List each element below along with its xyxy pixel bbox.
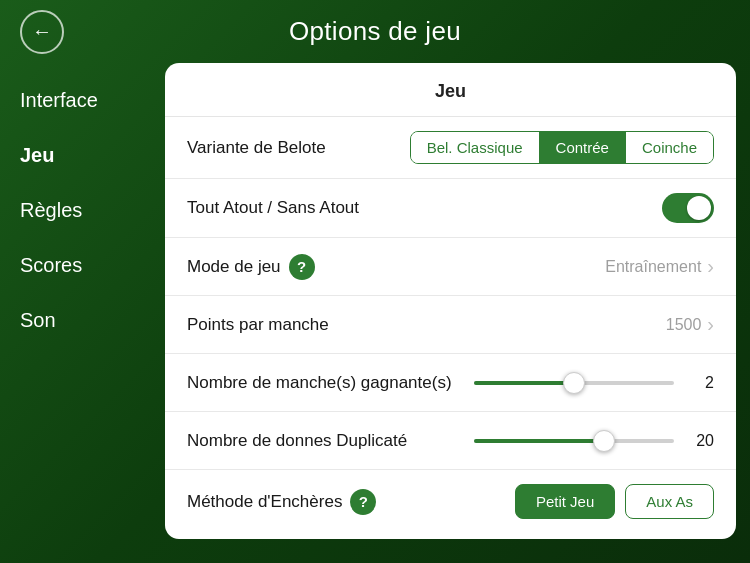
nombre-manche-fill: [474, 381, 574, 385]
points-manche-chevron-icon: ›: [707, 313, 714, 336]
encheres-help-icon[interactable]: ?: [350, 489, 376, 515]
points-manche-control: 1500 ›: [666, 313, 714, 336]
sidebar-item-scores[interactable]: Scores: [0, 238, 165, 293]
back-button[interactable]: ←: [20, 10, 64, 54]
panel-title: Jeu: [165, 63, 736, 117]
variante-control: Bel. Classique Contrée Coinche: [410, 131, 714, 164]
nombre-donnes-fill: [474, 439, 604, 443]
mode-jeu-help-icon[interactable]: ?: [289, 254, 315, 280]
tout-atout-toggle[interactable]: [662, 193, 714, 223]
nombre-donnes-thumb[interactable]: [593, 430, 615, 452]
tout-atout-control: [662, 193, 714, 223]
main-content: Interface Jeu Règles Scores Son Jeu Vari…: [0, 63, 750, 563]
mode-jeu-value: Entraînement: [605, 258, 701, 276]
seg-bel-classique[interactable]: Bel. Classique: [411, 132, 540, 163]
nombre-manche-control: 2: [474, 374, 714, 392]
encheres-buttons: Petit Jeu Aux As: [515, 484, 714, 519]
sidebar-item-jeu[interactable]: Jeu: [0, 128, 165, 183]
encheres-control: Petit Jeu Aux As: [515, 484, 714, 519]
sidebar-item-son[interactable]: Son: [0, 293, 165, 348]
row-tout-atout: Tout Atout / Sans Atout: [165, 179, 736, 238]
nombre-manche-slider-container: 2: [474, 374, 714, 392]
row-nombre-manche: Nombre de manche(s) gagnante(s) 2: [165, 354, 736, 412]
header: ← Options de jeu: [0, 0, 750, 63]
sidebar: Interface Jeu Règles Scores Son: [0, 63, 165, 553]
points-manche-label: Points par manche: [187, 315, 329, 335]
encheres-aux-as[interactable]: Aux As: [625, 484, 714, 519]
nombre-donnes-control: 20: [474, 432, 714, 450]
nombre-donnes-track[interactable]: [474, 439, 674, 443]
encheres-petit-jeu[interactable]: Petit Jeu: [515, 484, 615, 519]
mode-jeu-label: Mode de jeu: [187, 257, 281, 277]
back-icon: ←: [32, 20, 52, 43]
nombre-donnes-label: Nombre de donnes Duplicaté: [187, 431, 407, 451]
nombre-manche-track[interactable]: [474, 381, 674, 385]
sidebar-item-regles[interactable]: Règles: [0, 183, 165, 238]
row-nombre-donnes: Nombre de donnes Duplicaté 20: [165, 412, 736, 470]
mode-jeu-control: Entraînement ›: [605, 255, 714, 278]
seg-coinche[interactable]: Coinche: [626, 132, 713, 163]
mode-jeu-chevron-icon: ›: [707, 255, 714, 278]
variante-label: Variante de Belote: [187, 138, 326, 158]
seg-contree[interactable]: Contrée: [540, 132, 626, 163]
row-mode-jeu: Mode de jeu ? Entraînement ›: [165, 238, 736, 296]
nombre-donnes-value: 20: [686, 432, 714, 450]
tout-atout-label: Tout Atout / Sans Atout: [187, 198, 359, 218]
nombre-manche-value: 2: [686, 374, 714, 392]
sidebar-item-interface[interactable]: Interface: [0, 73, 165, 128]
content-panel: Jeu Variante de Belote Bel. Classique Co…: [165, 63, 736, 539]
nombre-manche-thumb[interactable]: [563, 372, 585, 394]
page-title: Options de jeu: [289, 16, 461, 47]
nombre-donnes-slider-container: 20: [474, 432, 714, 450]
nombre-manche-label: Nombre de manche(s) gagnante(s): [187, 373, 452, 393]
encheres-label: Méthode d'Enchères: [187, 492, 342, 512]
variante-segmented[interactable]: Bel. Classique Contrée Coinche: [410, 131, 714, 164]
row-points-manche: Points par manche 1500 ›: [165, 296, 736, 354]
row-encheres: Méthode d'Enchères ? Petit Jeu Aux As: [165, 470, 736, 533]
points-manche-value: 1500: [666, 316, 702, 334]
row-variante: Variante de Belote Bel. Classique Contré…: [165, 117, 736, 179]
